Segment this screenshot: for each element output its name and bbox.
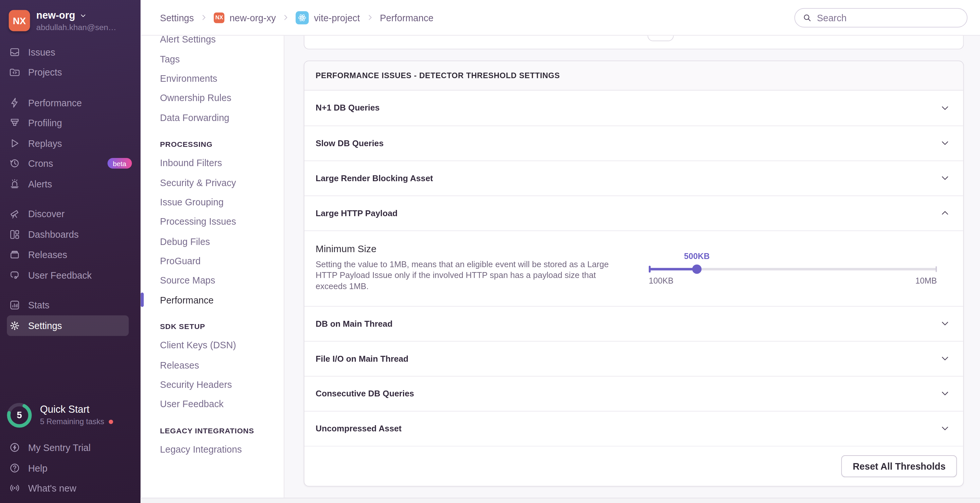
panel-footer: Reset All Thresholds (304, 446, 963, 486)
chevron-right-icon (366, 13, 374, 22)
accordion-row-uncompressed-asset[interactable]: Uncompressed Asset (304, 411, 963, 446)
settings-nav-issue-grouping[interactable]: Issue Grouping (141, 192, 284, 212)
accordion-row-n-plus-one-db-queries[interactable]: N+1 DB Queries (304, 90, 963, 125)
help-icon (9, 462, 21, 474)
settings-nav-heading-sdk-setup: SDK SETUP (141, 318, 284, 335)
sidebar-item-releases[interactable]: Releases (0, 244, 141, 265)
sidebar-item-stats[interactable]: Stats (0, 295, 141, 315)
search-box (794, 8, 967, 27)
settings-nav-user-feedback[interactable]: User Feedback (141, 394, 284, 414)
search-input[interactable] (817, 12, 959, 22)
settings-nav-proguard[interactable]: ProGuard (141, 251, 284, 270)
broadcast-icon (9, 482, 21, 494)
chevron-up-icon (940, 208, 950, 218)
issues-icon (9, 46, 21, 58)
sidebar-item-user-feedback[interactable]: User Feedback (0, 265, 141, 285)
accordion-row-db-on-main-thread[interactable]: DB on Main Thread (304, 306, 963, 341)
accordion-row-file-io-on-main-thread[interactable]: File I/O on Main Thread (304, 341, 963, 376)
sidebar-item-label: Projects (28, 67, 62, 78)
sidebar-item-label: Profiling (28, 117, 62, 128)
sidebar-item-dashboards[interactable]: Dashboards (0, 224, 141, 244)
sidebar-spacer (0, 336, 141, 401)
slider-handle[interactable] (692, 264, 702, 274)
sidebar-item-my-sentry-trial[interactable]: My Sentry Trial (0, 438, 141, 458)
sidebar-item-performance[interactable]: Performance (0, 92, 141, 113)
org-name: new-org (37, 10, 75, 21)
sidebar-item-label: Alerts (28, 179, 52, 189)
settings-nav-environments[interactable]: Environments (141, 69, 284, 88)
settings-nav-alert-settings[interactable]: Alert Settings (141, 36, 284, 49)
settings-nav-client-keys[interactable]: Client Keys (DSN) (141, 336, 284, 355)
sidebar-item-whats-new[interactable]: What's new (0, 478, 141, 498)
breadcrumb-org[interactable]: NX new-org-xy (214, 12, 275, 22)
slider-max-label: 10MB (915, 276, 937, 286)
accordion-row-slow-db-queries[interactable]: Slow DB Queries (304, 125, 963, 160)
quick-start-subtitle: 5 Remaining tasks (40, 417, 104, 426)
sidebar-item-replays[interactable]: Replays (0, 133, 141, 153)
settings-nav-source-maps[interactable]: Source Maps (141, 270, 284, 290)
sidebar-item-alerts[interactable]: Alerts (0, 174, 141, 194)
stats-icon (9, 299, 21, 311)
settings-nav-inbound-filters[interactable]: Inbound Filters (141, 153, 284, 173)
work-area: Alert Settings Tags Environments Ownersh… (141, 36, 980, 503)
sidebar-item-profiling[interactable]: Profiling (0, 113, 141, 133)
breadcrumb-project[interactable]: vite-project (296, 11, 360, 24)
collapse-toggle-button[interactable] (648, 36, 674, 41)
settings-nav-ownership-rules[interactable]: Ownership Rules (141, 88, 284, 108)
settings-nav-performance[interactable]: Performance (141, 290, 284, 310)
org-avatar: NX (9, 10, 30, 32)
accordion-row-large-render-blocking-asset[interactable]: Large Render Blocking Asset (304, 160, 963, 195)
replays-icon (9, 137, 21, 149)
top-bar: Settings NX new-org-xy vite-project Perf… (141, 0, 980, 36)
slider-track[interactable] (649, 268, 937, 270)
slider-min-label: 100KB (649, 276, 674, 286)
notification-dot (109, 419, 113, 424)
org-switcher[interactable]: NX new-org abdullah.khan@sen… (0, 9, 141, 41)
slider-value-label: 500KB (684, 252, 710, 261)
sidebar-item-label: Releases (28, 249, 67, 260)
settings-nav-data-forwarding[interactable]: Data Forwarding (141, 108, 284, 127)
performance-icon (9, 97, 21, 108)
accordion-row-large-http-payload[interactable]: Large HTTP Payload (304, 195, 963, 230)
quick-start[interactable]: 5 Quick Start 5 Remaining tasks (0, 402, 141, 428)
settings-nav-tags[interactable]: Tags (141, 49, 284, 69)
chevron-down-icon (940, 138, 950, 148)
sidebar-item-label: Discover (28, 209, 64, 219)
crons-icon (9, 158, 21, 170)
org-badge: NX (214, 12, 224, 22)
settings-nav-security-headers[interactable]: Security Headers (141, 374, 284, 394)
sidebar-item-label: Help (28, 462, 48, 473)
breadcrumb: Settings NX new-org-xy vite-project Perf… (160, 11, 434, 24)
previous-panel-bottom (304, 36, 964, 49)
breadcrumb-settings[interactable]: Settings (160, 12, 194, 22)
settings-nav-debug-files[interactable]: Debug Files (141, 231, 284, 251)
quick-start-title: Quick Start (40, 404, 113, 415)
chevron-down-icon (940, 319, 950, 329)
bottom-strip (141, 498, 980, 503)
sidebar-item-discover[interactable]: Discover (0, 204, 141, 224)
panel-title: PERFORMANCE ISSUES - DETECTOR THRESHOLD … (304, 61, 963, 90)
gear-icon (9, 320, 21, 332)
reset-all-thresholds-button[interactable]: Reset All Thresholds (842, 455, 957, 477)
settings-nav-processing-issues[interactable]: Processing Issues (141, 212, 284, 232)
sidebar-item-label: Settings (28, 321, 62, 331)
app-window: NX new-org abdullah.khan@sen… Issues Pro… (0, 0, 980, 503)
sidebar-item-help[interactable]: Help (0, 458, 141, 478)
chevron-down-icon (80, 12, 87, 19)
sidebar-item-crons[interactable]: Crons beta (0, 153, 141, 174)
sidebar-item-label: What's new (28, 483, 76, 493)
settings-nav-releases[interactable]: Releases (141, 355, 284, 374)
settings-nav-security-privacy[interactable]: Security & Privacy (141, 173, 284, 192)
accordion-row-consecutive-db-queries[interactable]: Consecutive DB Queries (304, 376, 963, 411)
discover-icon (9, 208, 21, 220)
settings-nav-heading-legacy-integrations: LEGACY INTEGRATIONS (141, 422, 284, 439)
sidebar-item-issues[interactable]: Issues (0, 42, 141, 62)
sidebar-footer: My Sentry Trial Help What's new (0, 438, 141, 498)
sidebar-item-settings[interactable]: Settings (7, 315, 129, 336)
breadcrumb-performance[interactable]: Performance (380, 12, 433, 22)
alerts-icon (9, 178, 21, 190)
sidebar-item-label: Replays (28, 138, 62, 149)
settings-nav-legacy-integrations[interactable]: Legacy Integrations (141, 440, 284, 459)
org-email: abdullah.khan@sen… (37, 22, 116, 32)
sidebar-item-projects[interactable]: Projects (0, 62, 141, 83)
